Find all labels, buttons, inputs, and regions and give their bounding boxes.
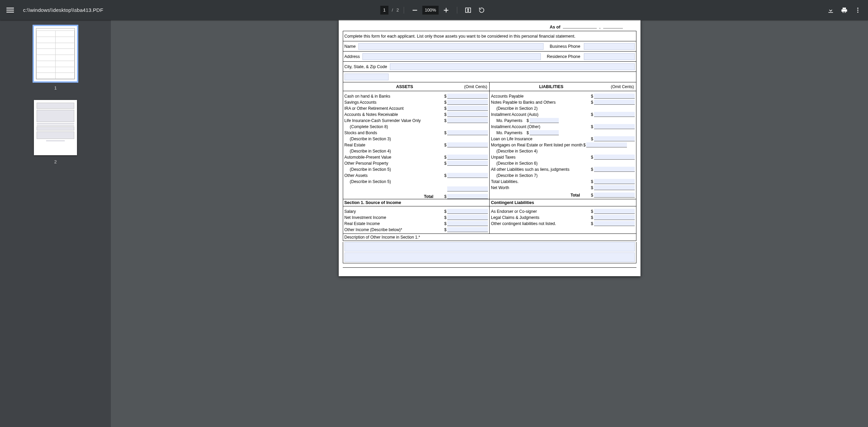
zoom-in-icon[interactable] [440,4,452,16]
address-label: Address [344,54,363,59]
cont-other: Other contingent liabilities not listed. [491,221,556,226]
asset-other: Other Assets [344,173,368,178]
name-label: Name [344,44,358,49]
cont-legal-field[interactable] [594,215,635,220]
page-viewport[interactable]: As of , Complete this form for each appl… [111,20,868,427]
print-icon[interactable] [838,4,850,16]
assets-total-field[interactable] [447,194,488,199]
cont-other-field[interactable] [594,221,635,226]
fit-page-icon[interactable] [462,4,474,16]
asset-blank-field[interactable] [447,186,488,191]
zoom-level-input[interactable] [422,6,438,15]
asset-stocks-note: (Describe in Section 3) [350,137,391,141]
liab-total-field[interactable] [594,192,635,198]
liab-notes: Notes Payable to Banks and Others [491,100,556,105]
menu-icon[interactable] [4,4,16,16]
address-field[interactable] [362,53,540,60]
asset-other-field[interactable] [447,173,488,178]
liab-net-worth-field[interactable] [594,185,635,190]
liab-mortgage-sub: (Describe in Section 4) [496,149,537,154]
assets-column: ASSETS (Omit Cents) Cash on hand & in Ba… [343,82,490,199]
inc-other: Other Income (Describe below)* [344,227,402,232]
asset-personal-field[interactable] [447,161,488,166]
business-phone-field[interactable] [584,43,635,50]
divider [457,7,457,14]
asset-savings-field[interactable] [447,100,488,105]
asset-stocks-field[interactable] [447,130,488,135]
zoom-out-icon[interactable] [409,4,421,16]
rotate-icon[interactable] [475,4,488,16]
liab-install-auto-field[interactable] [594,112,635,117]
asset-cash: Cash on hand & in Banks [344,94,390,99]
inc-invest: Net Investment Income [344,215,386,220]
inc-salary-field[interactable] [447,209,488,214]
more-icon[interactable] [852,4,864,16]
blank-field[interactable] [344,74,389,80]
asset-savings: Savings Accounts [344,100,377,105]
asset-life-ins-note: (Complete Section 8) [350,124,388,129]
page-number-input[interactable] [380,6,389,15]
liab-ap-field[interactable] [594,94,635,99]
cont-endorser-field[interactable] [594,209,635,214]
as-of-label: As of [550,25,560,29]
asset-real-estate-field[interactable] [447,142,488,147]
asset-ira: IRA or Other Retirement Account [344,106,404,111]
liab-mo-pay-2-field[interactable] [530,130,559,135]
asset-real-estate-note: (Describe in Section 4) [350,149,391,154]
desc-field-1[interactable] [344,242,635,251]
download-icon[interactable] [825,4,837,16]
asset-cash-field[interactable] [447,94,488,99]
asset-receivable-field[interactable] [447,112,488,117]
liab-taxes-field[interactable] [594,155,635,160]
svg-rect-2 [6,12,14,12]
liab-header: LIABILITIES [492,84,611,89]
thumbnail-sidebar[interactable]: 1 2 [0,20,111,427]
asset-life-ins-field[interactable] [447,118,488,123]
liab-mo-pay-2: Mo. Payments [496,130,522,135]
liab-mo-pay-1-field[interactable] [530,118,559,123]
inc-invest-field[interactable] [447,215,488,220]
asset-ira-field[interactable] [447,106,488,111]
inc-real-estate-field[interactable] [447,221,488,226]
name-field[interactable] [358,43,544,50]
liab-mo-pay-1: Mo. Payments [496,118,522,123]
asset-other-note: (Describe in Section 5) [350,179,391,184]
liab-loan-life: Loan on Life Insurance [491,137,532,141]
liab-install-other-field[interactable] [594,124,635,129]
asset-receivable: Accounts & Notes Receivable [344,112,398,117]
liab-loan-life-field[interactable] [594,136,635,141]
city-field[interactable] [390,63,635,70]
svg-rect-1 [6,9,14,10]
liab-taxes-sub: (Describe in Section 6) [496,161,537,166]
thumbnail-1[interactable]: 1 [34,26,77,90]
thumbnail-1-label: 1 [54,85,57,90]
section1-desc: Description of Other Income in Section 1… [343,234,636,241]
liab-total-liab: Total Liabilities. [491,179,518,184]
liab-notes-field[interactable] [594,100,635,105]
page-1: As of , Complete this form for each appl… [339,20,640,276]
business-phone-label: Business Phone [544,44,584,49]
residence-phone-field[interactable] [584,53,635,60]
liab-total-liab-field[interactable] [594,179,635,184]
asset-auto-field[interactable] [447,155,488,160]
liab-mortgage-field[interactable] [586,142,627,147]
svg-point-10 [857,9,858,11]
liab-omit: (Omit Cents) [611,84,634,89]
desc-field-2[interactable] [344,252,635,262]
as-of-field-1[interactable] [563,28,597,28]
svg-rect-0 [6,7,14,8]
inc-other-field[interactable] [447,227,488,232]
divider [403,7,404,14]
assets-omit: (Omit Cents) [464,84,487,89]
cont-endorser: As Endorser or Co-signer [491,209,537,214]
liab-total-label: Total [491,193,590,198]
as-of-row: As of , [343,24,636,31]
inc-salary: Salary [344,209,356,214]
section1-header: Section 1. Source of Income [343,199,490,206]
liab-install-auto: Installment Account (Auto) [491,112,538,117]
asset-personal-note: (Describe in Section 5) [350,167,391,172]
liab-net-worth: Net Worth [491,185,509,190]
thumbnail-2[interactable]: 2 [34,100,77,164]
liab-other-field[interactable] [594,167,635,172]
as-of-field-2[interactable] [603,28,623,28]
